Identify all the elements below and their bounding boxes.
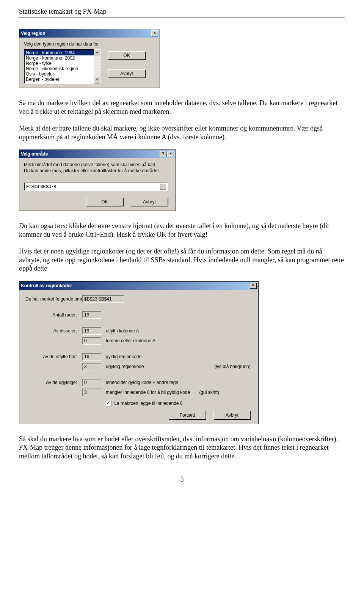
paragraph: Du kan også først klikke det øvre venstr… <box>19 222 345 239</box>
label-of-invalid: Av de ugyldige: <box>25 380 82 385</box>
range-input[interactable]: $C$44:$K$478 <box>24 183 168 191</box>
list-item[interactable]: Norge - økonomisk region <box>24 66 94 71</box>
paragraph: Merk at det er bare tallene du skal mark… <box>19 124 345 141</box>
cancel-button[interactable]: Avbryt <box>108 69 145 78</box>
cancel-button[interactable]: Avbryt <box>213 411 251 419</box>
help-icon[interactable]: ? <box>160 151 166 157</box>
dialog-prompt: Velg den typen region du har data for <box>24 41 155 47</box>
empty-field: 0 <box>82 337 101 345</box>
titlebar: Velg region × <box>19 29 160 38</box>
marked-area-field: $B$23:$B$41 <box>82 295 124 303</box>
text-missing-note: (gul skrift) <box>191 390 252 395</box>
dialog-velg-omrade: Velg område ? × Merk området med dataene… <box>19 150 176 211</box>
dialog-title: Velg område <box>21 151 159 157</box>
dialog-velg-region: Velg region × Velg den typen region du h… <box>19 29 160 88</box>
label-marked-area: Du har merket følgende område: <box>25 296 82 302</box>
filled-field: 19 <box>82 327 101 335</box>
list-item[interactable]: Norge - kommune, 2002 <box>24 55 94 61</box>
paragraph: Så skal du markere hva som er hodet elle… <box>19 435 345 461</box>
checkbox-label: La makroen legge til innledende 0 <box>114 401 182 406</box>
close-icon[interactable]: × <box>151 30 158 36</box>
invalid-field: 3 <box>82 363 101 370</box>
close-icon[interactable]: × <box>250 283 257 289</box>
text-missing: mangler innledende 0 for å bli gyldig ko… <box>103 390 191 395</box>
list-item[interactable]: Bergen - bydeler <box>24 77 94 82</box>
text-extra: inneholder gyldig kode + andre tegn <box>103 380 252 385</box>
paragraph: Så må du markere hvilken del av regneark… <box>19 99 345 116</box>
range-value: $C$44:$K$478 <box>26 184 160 189</box>
text-invalid: ugyldig regionkode <box>103 364 191 369</box>
page-header: Statistiske temakart og PX-Map <box>19 8 345 17</box>
titlebar: Kontroll av regionkoder × <box>19 282 258 290</box>
page-number: 5 <box>19 475 345 483</box>
dialog-kontroll-regionkoder: Kontroll av regionkoder × Du har merket … <box>19 281 259 424</box>
text-filled: utfylt i kolonne A <box>103 328 252 334</box>
cancel-button[interactable]: Avbryt <box>131 198 168 206</box>
scroll-down-icon[interactable]: ▼ <box>94 77 100 83</box>
list-item[interactable]: Norge - kommune, 1994 <box>24 50 94 55</box>
row-count-field: 19 <box>82 311 101 319</box>
ok-button[interactable]: OK <box>86 198 123 206</box>
ok-button[interactable]: OK <box>108 51 145 60</box>
text-invalid-note: (lys blå bakgrunn) <box>191 364 252 369</box>
valid-field: 16 <box>82 353 101 360</box>
close-icon[interactable]: × <box>167 151 174 157</box>
add-leading-zero-checkbox[interactable] <box>106 401 111 406</box>
text-empty: tomme celler i kolonne A <box>103 338 252 343</box>
list-item[interactable]: Norge - fylke <box>24 61 94 66</box>
dialog-title: Velg region <box>21 31 151 36</box>
titlebar: Velg område ? × <box>19 150 176 158</box>
paragraph: Hvis det er noen ugyldige regionkoder (o… <box>19 247 345 273</box>
dialog-text: Du kan bruke mus, piltaster eller kontro… <box>24 168 171 173</box>
scroll-up-icon[interactable]: ▲ <box>94 49 100 56</box>
label-of-these: Av disse er: <box>25 328 82 334</box>
dialog-title: Kontroll av regionkoder <box>21 283 249 288</box>
label-row-count: Antall rader: <box>25 312 82 318</box>
scrollbar[interactable]: ▲ ▼ <box>94 49 100 83</box>
region-listbox[interactable]: Norge - kommune, 1994 Norge - kommune, 2… <box>24 49 100 84</box>
label-of-filled: Av de utfylte har: <box>25 354 82 359</box>
text-valid: gyldig regionkode <box>103 354 252 359</box>
collapse-icon[interactable] <box>160 184 166 190</box>
continue-button[interactable]: Fortsett <box>169 411 206 419</box>
dialog-text: Merk området med dataene (selve tallene)… <box>24 162 171 167</box>
list-item[interactable]: Oslo - bydeler <box>24 71 94 77</box>
extra-field: 0 <box>82 379 101 386</box>
missing-field: 3 <box>82 389 101 396</box>
